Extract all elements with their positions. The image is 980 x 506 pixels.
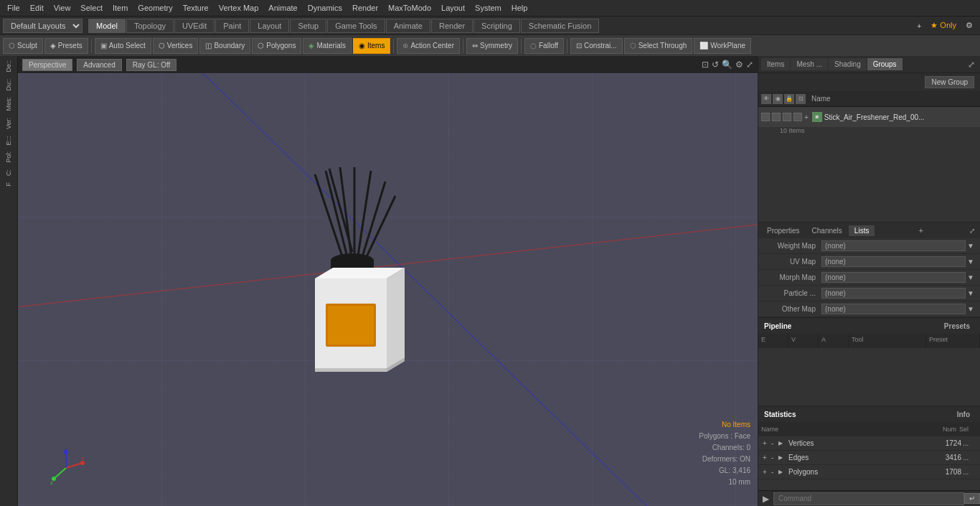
menu-select[interactable]: Select [76, 2, 107, 14]
weight-map-arrow[interactable]: ▼ [966, 242, 974, 250]
command-arrow-btn[interactable]: ▶ [758, 494, 773, 504]
layout-add-btn[interactable]: + [913, 20, 925, 32]
menu-texture[interactable]: Texture [179, 2, 213, 14]
menu-animate[interactable]: Animate [264, 2, 301, 14]
vertices-dots[interactable]: ... [963, 439, 977, 447]
command-input[interactable] [773, 492, 964, 505]
layout-tab-layout[interactable]: Layout [250, 19, 289, 33]
layout-tab-schematic-fusion[interactable]: Schematic Fusion [521, 19, 599, 33]
sel-col-icon[interactable]: ⊡ [796, 94, 806, 104]
scene[interactable]: x y z No Items Polygons : Face Channels:… [18, 73, 758, 506]
left-tab-5[interactable]: Pol: [4, 149, 14, 166]
morph-map-arrow[interactable]: ▼ [966, 273, 974, 281]
expand-icon[interactable]: + [804, 113, 809, 121]
item-lock[interactable] [783, 113, 791, 121]
vp-camera-icon[interactable]: ⊡ [702, 60, 709, 70]
left-tab-6[interactable]: C: [4, 167, 14, 179]
menu-layout[interactable]: Layout [437, 2, 469, 14]
lock-col-icon[interactable]: 🔒 [784, 94, 794, 104]
sculpt-tool[interactable]: ⬡ Sculpt [3, 38, 43, 54]
layout-tab-setup[interactable]: Setup [290, 19, 326, 33]
falloff-tool[interactable]: ◌ Falloff [524, 38, 564, 54]
other-map-value[interactable]: (none) [821, 304, 966, 314]
vp-search-icon[interactable]: 🔍 [722, 60, 732, 70]
vp-expand-icon[interactable]: ⤢ [746, 60, 753, 70]
edges-sub-btn[interactable]: - [770, 454, 778, 462]
particle-map-value[interactable]: (none) [821, 288, 966, 299]
new-group-button[interactable]: New Group [925, 76, 974, 88]
prop-tab-lists[interactable]: Lists [849, 225, 875, 236]
menu-help[interactable]: Help [507, 2, 532, 14]
morph-map-value[interactable]: (none) [821, 272, 966, 283]
render-col-icon[interactable]: ◉ [773, 94, 783, 104]
panel-tab-mesh[interactable]: Mesh ... [791, 58, 828, 70]
polygons-expand-icon[interactable]: ▶ [778, 469, 787, 475]
weight-map-value[interactable]: (none) [821, 240, 966, 251]
vp-tab-perspective[interactable]: Perspective [22, 59, 72, 71]
vp-tab-raygl[interactable]: Ray GL: Off [126, 59, 177, 71]
layout-dropdown[interactable]: Default Layouts [3, 19, 83, 33]
menu-render[interactable]: Render [348, 2, 382, 14]
particle-map-arrow[interactable]: ▼ [966, 289, 974, 297]
menu-geometry[interactable]: Geometry [133, 2, 176, 14]
uv-map-arrow[interactable]: ▼ [966, 258, 974, 266]
items-tool[interactable]: ◉ Items [353, 38, 390, 54]
vertices-tool[interactable]: ⬡ Vertices [153, 38, 199, 54]
left-tab-1[interactable]: Du:: [4, 76, 14, 94]
left-tab-0[interactable]: De:: [4, 57, 14, 75]
layout-tab-topology[interactable]: Topology [126, 19, 174, 33]
boundary-tool[interactable]: ◫ Boundary [199, 38, 250, 54]
edges-expand-icon[interactable]: ▶ [778, 454, 787, 461]
polygons-sub-btn[interactable]: - [770, 468, 778, 476]
item-render[interactable] [772, 113, 781, 121]
prop-expand-btn[interactable]: ⤢ [967, 226, 977, 235]
workplane-tool[interactable]: ⬜ WorkPlane [694, 38, 751, 54]
prop-tab-plus[interactable]: + [915, 225, 925, 236]
polygons-dots[interactable]: ... [963, 468, 977, 476]
edges-add-btn[interactable]: + [761, 454, 770, 462]
panel-tab-shading[interactable]: Shading [829, 58, 867, 70]
menu-maxtomodo[interactable]: MaxToModo [384, 2, 435, 14]
materials-tool[interactable]: ◈ Materials [303, 38, 352, 54]
menu-vertex-map[interactable]: Vertex Map [215, 2, 263, 14]
layout-tab-model[interactable]: Model [88, 19, 126, 33]
vp-settings-icon[interactable]: ⚙ [735, 60, 743, 70]
item-row[interactable]: + ■ Stick_Air_Freshener_Red_00... [758, 107, 980, 127]
action-center-tool[interactable]: ⊕ Action Center [397, 38, 460, 54]
left-tab-7[interactable]: F [4, 179, 14, 189]
layout-tab-scripting[interactable]: Scripting [473, 19, 520, 33]
layout-tab-render[interactable]: Render [431, 19, 473, 33]
select-through-tool[interactable]: ⬡ Select Through [624, 38, 693, 54]
polygons-add-btn[interactable]: + [761, 468, 770, 476]
layout-tab-animate[interactable]: Animate [386, 19, 430, 33]
layout-tab-uvedit[interactable]: UVEdit [174, 19, 215, 33]
eye-col-icon[interactable]: 👁 [761, 94, 771, 104]
uv-map-value[interactable]: (none) [821, 256, 966, 267]
layout-gear-btn[interactable]: ⚙ [961, 19, 977, 32]
symmetry-tool[interactable]: ⇔ Symmetry [466, 38, 518, 54]
menu-dynamics[interactable]: Dynamics [303, 2, 347, 14]
prop-tab-channels[interactable]: Channels [806, 225, 848, 236]
constrain-tool[interactable]: ⊡ Constrai... [570, 38, 623, 54]
other-map-arrow[interactable]: ▼ [966, 305, 974, 313]
polygons-tool[interactable]: ⬡ Polygons [252, 38, 301, 54]
vp-refresh-icon[interactable]: ↺ [712, 60, 719, 70]
edges-dots[interactable]: ... [963, 454, 977, 462]
layout-tab-paint[interactable]: Paint [215, 19, 249, 33]
item-sel[interactable] [793, 113, 802, 121]
left-tab-3[interactable]: Ver: [4, 115, 14, 132]
prop-tab-properties[interactable]: Properties [761, 225, 806, 236]
vertices-sub-btn[interactable]: - [770, 439, 778, 447]
panel-tab-groups[interactable]: Groups [867, 58, 903, 70]
panel-tab-items[interactable]: Items [761, 58, 790, 70]
command-go-btn[interactable]: ↵ [964, 493, 980, 504]
menu-item[interactable]: Item [108, 2, 132, 14]
item-eye[interactable] [761, 113, 770, 121]
vertices-add-btn[interactable]: + [761, 439, 770, 447]
layout-tab-game-tools[interactable]: Game Tools [327, 19, 385, 33]
menu-file[interactable]: File [3, 2, 24, 14]
menu-system[interactable]: System [471, 2, 506, 14]
vp-tab-advanced[interactable]: Advanced [77, 59, 121, 71]
left-tab-4[interactable]: E::: [4, 133, 14, 149]
auto-select-tool[interactable]: ▣ Auto Select [95, 38, 151, 54]
